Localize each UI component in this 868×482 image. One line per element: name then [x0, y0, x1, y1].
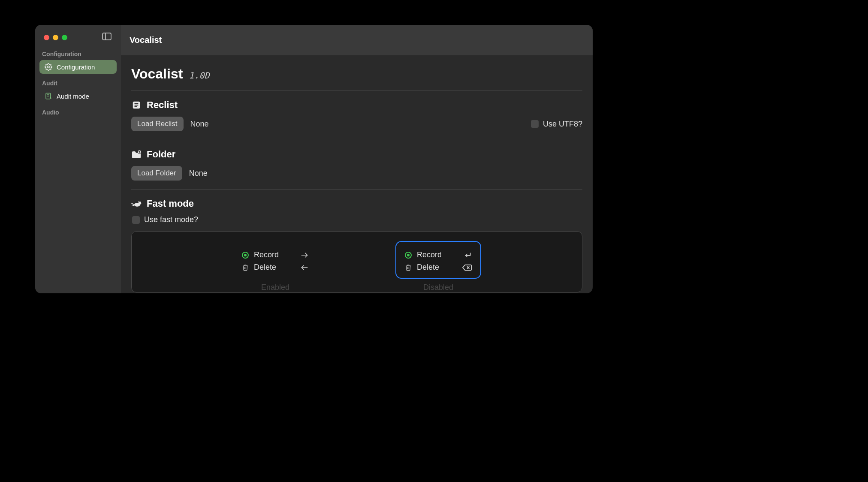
fullscreen-window-button[interactable] — [62, 35, 67, 40]
main-content: Vocalist 1.0D Reclist — [121, 56, 593, 293]
folder-heading: Folder — [147, 149, 175, 160]
use-fast-mode-checkbox[interactable] — [132, 216, 140, 224]
svg-point-2 — [48, 66, 50, 68]
load-reclist-button[interactable]: Load Reclist — [131, 117, 184, 131]
disabled-delete-label: Delete — [417, 263, 439, 272]
clipboard-icon — [45, 92, 52, 100]
section-folder: Folder Load Folder None — [131, 140, 582, 190]
version-label: 1.0D — [189, 70, 209, 81]
fast-mode-enabled-card[interactable]: Record Delete — [232, 241, 318, 279]
list-icon — [131, 100, 142, 110]
fastmode-heading: Fast mode — [147, 198, 194, 209]
load-folder-button[interactable]: Load Folder — [131, 166, 182, 181]
disabled-record-row: Record — [405, 249, 472, 261]
return-key-icon — [463, 251, 472, 259]
header-title: Vocalist — [130, 35, 162, 45]
svg-rect-17 — [131, 203, 133, 204]
arrow-right-icon — [300, 251, 309, 259]
svg-rect-7 — [134, 103, 138, 104]
section-header-folder: Folder — [131, 149, 582, 160]
use-fast-mode-label: Use fast mode? — [144, 215, 198, 224]
record-icon — [242, 252, 249, 259]
sidebar-section-audit: Audit — [35, 75, 121, 89]
sidebar-section-configuration: Configuration — [35, 46, 121, 60]
svg-rect-18 — [132, 205, 133, 205]
sidebar-item-label: Configuration — [57, 63, 95, 71]
trash-icon — [405, 264, 412, 271]
sidebar-item-label: Audit mode — [57, 93, 89, 100]
svg-rect-8 — [134, 105, 138, 105]
enabled-record-row: Record — [242, 249, 309, 261]
section-header-reclist: Reclist — [131, 99, 582, 111]
enabled-caption: Enabled — [232, 283, 318, 292]
svg-rect-0 — [102, 33, 111, 40]
use-utf8-label: Use UTF8? — [543, 120, 582, 129]
sidebar: Configuration Configuration Audit Audi — [35, 25, 121, 293]
trash-icon — [242, 264, 249, 271]
section-reclist: Reclist Load Reclist None Use UTF8? — [131, 91, 582, 140]
sidebar-toggle-icon[interactable] — [102, 33, 112, 42]
page-title: Vocalist — [131, 66, 183, 82]
header: Vocalist — [121, 25, 593, 56]
app-window: Configuration Configuration Audit Audi — [35, 25, 593, 293]
folder-value: None — [189, 169, 208, 178]
enabled-delete-row: Delete — [242, 261, 309, 274]
reclist-value: None — [190, 120, 209, 129]
arrow-left-icon — [300, 263, 309, 272]
backspace-key-icon — [462, 264, 472, 271]
section-header-fastmode: Fast mode — [131, 198, 582, 209]
fast-mode-enabled-column: Record Delete — [232, 241, 318, 292]
page-title-row: Vocalist 1.0D — [131, 66, 582, 91]
folder-plus-icon — [131, 149, 142, 160]
minimize-window-button[interactable] — [53, 35, 58, 40]
sidebar-item-audit-mode[interactable]: Audit mode — [39, 89, 117, 103]
disabled-delete-row: Delete — [405, 261, 472, 274]
disabled-caption: Disabled — [395, 283, 481, 292]
window-controls — [35, 25, 121, 46]
disabled-record-label: Record — [417, 250, 442, 259]
fast-mode-disabled-card[interactable]: Record Delete — [395, 241, 481, 279]
enabled-delete-label: Delete — [254, 263, 276, 272]
section-fast-mode: Fast mode Use fast mode? Record — [131, 190, 582, 293]
reclist-heading: Reclist — [147, 99, 178, 111]
fast-mode-disabled-column: Record Delete — [395, 241, 481, 292]
sidebar-section-audio: Audio — [35, 105, 121, 118]
rabbit-icon — [131, 199, 142, 209]
close-window-button[interactable] — [44, 35, 49, 40]
record-icon — [405, 252, 412, 259]
fast-mode-panel: Record Delete — [131, 231, 582, 292]
use-utf8-checkbox[interactable] — [531, 120, 539, 128]
content-column: Vocalist Vocalist 1.0D — [121, 25, 593, 293]
svg-rect-9 — [134, 106, 137, 107]
enabled-record-label: Record — [254, 250, 279, 259]
gear-icon — [45, 63, 52, 71]
sidebar-item-configuration[interactable]: Configuration — [39, 60, 117, 74]
